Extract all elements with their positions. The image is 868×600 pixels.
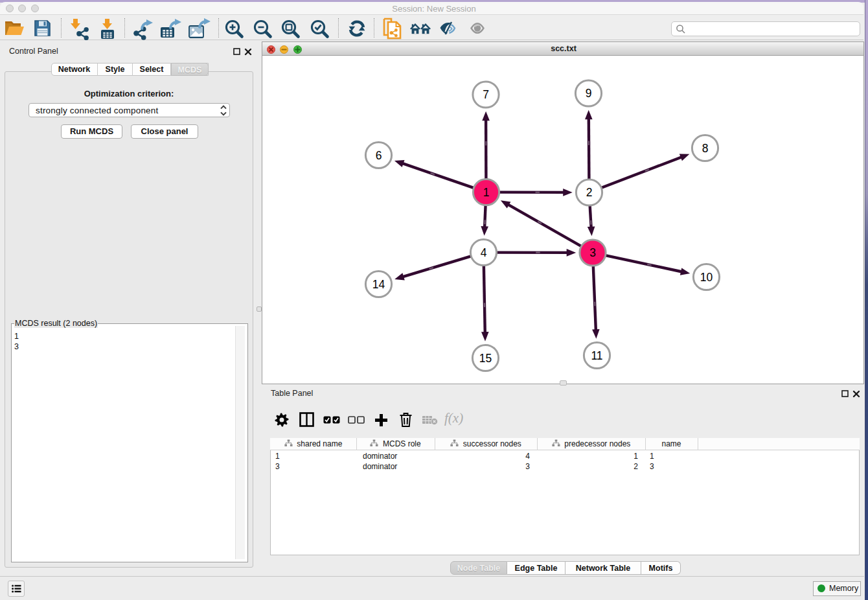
svg-text:6: 6 xyxy=(376,149,382,162)
svg-text:15: 15 xyxy=(479,352,492,365)
svg-text:4: 4 xyxy=(481,246,487,259)
svg-text:14: 14 xyxy=(372,278,385,291)
svg-text:2: 2 xyxy=(586,186,593,199)
svg-text:8: 8 xyxy=(702,142,709,155)
svg-text:1: 1 xyxy=(483,186,490,199)
svg-text:11: 11 xyxy=(591,349,602,362)
svg-text:7: 7 xyxy=(483,88,489,101)
svg-text:3: 3 xyxy=(589,246,596,259)
svg-text:9: 9 xyxy=(586,87,592,100)
svg-text:10: 10 xyxy=(700,271,713,284)
